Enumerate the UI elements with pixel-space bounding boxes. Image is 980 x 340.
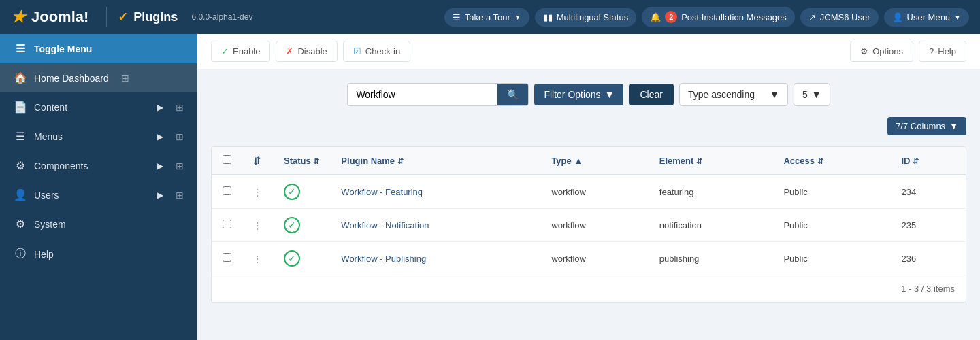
row-id-cell: 234	[890, 175, 966, 209]
row-checkbox[interactable]	[223, 253, 231, 262]
plugin-name-sort-icon: ⇵	[397, 157, 404, 165]
table-header-row: ⇵ Status ⇵ Plugin Name ⇵ Typ	[212, 147, 966, 175]
help-icon: ⓘ	[14, 247, 27, 261]
sidebar: ☰ Toggle Menu 🏠 Home Dashboard ⊞ 📄 Conte…	[0, 34, 197, 340]
logo[interactable]: ★ Joomla!	[11, 7, 88, 27]
row-checkbox-cell[interactable]	[212, 175, 242, 209]
search-icon: 🔍	[507, 89, 519, 100]
header-element[interactable]: Element ⇵	[649, 147, 773, 175]
bell-icon: 🔔	[650, 12, 661, 22]
row-handle-cell[interactable]: ⋮	[242, 242, 273, 275]
row-checkbox[interactable]	[223, 186, 231, 195]
plugin-name-link[interactable]: Workflow - Publishing	[341, 254, 426, 264]
toolbar: ✓ Enable ✗ Disable ☑ Check-in ⚙ Options …	[197, 34, 980, 69]
options-button[interactable]: ⚙ Options	[850, 41, 913, 62]
clear-button[interactable]: Clear	[629, 84, 673, 105]
search-wrap: 🔍	[347, 83, 529, 106]
access-sort-icon: ⇵	[817, 157, 823, 165]
check-icon: ✓	[221, 46, 229, 56]
help-button[interactable]: ? Help	[919, 41, 966, 62]
sidebar-item-users[interactable]: 👤 Users ▶ ⊞	[0, 180, 197, 209]
toggle-menu-icon: ☰	[14, 42, 27, 55]
content-area: 🔍 Filter Options ▼ Clear Type ascending …	[197, 69, 980, 340]
row-type-cell: workflow	[540, 209, 648, 242]
cross-icon: ✗	[286, 46, 293, 56]
columns-button[interactable]: 7/7 Columns ▼	[887, 117, 966, 135]
sidebar-item-system[interactable]: ⚙ System	[0, 209, 197, 239]
system-icon: ⚙	[14, 218, 27, 231]
header-access[interactable]: Access ⇵	[772, 147, 890, 175]
toggle-menu-button[interactable]: ☰ Toggle Menu	[0, 34, 197, 63]
pagination-bar: 1 - 3 / 3 items	[212, 275, 966, 302]
user-menu-caret-icon: ▼	[954, 14, 961, 21]
take-tour-button[interactable]: ☰ Take a Tour ▼	[444, 8, 529, 27]
user-menu-button[interactable]: 👤 User Menu ▼	[884, 8, 969, 27]
sidebar-item-menus[interactable]: ☰ Menus ▶ ⊞	[0, 122, 197, 151]
plugin-name-link[interactable]: Workflow - Notification	[341, 220, 429, 231]
sidebar-item-home-dashboard[interactable]: 🏠 Home Dashboard ⊞	[0, 63, 197, 92]
sidebar-item-help[interactable]: ⓘ Help	[0, 239, 197, 269]
checkin-button[interactable]: ☑ Check-in	[343, 41, 410, 62]
pagination-text: 1 - 3 / 3 items	[901, 284, 955, 294]
sort-select[interactable]: Type ascending ▼	[679, 83, 788, 106]
element-sort-icon: ⇵	[696, 157, 702, 165]
sidebar-item-content[interactable]: 📄 Content ▶ ⊞	[0, 92, 197, 122]
row-plugin-name-cell: Workflow - Publishing	[330, 242, 540, 275]
disable-button[interactable]: ✗ Disable	[276, 41, 337, 62]
notification-badge: 2	[665, 11, 677, 23]
home-grid-icon: ⊞	[121, 73, 129, 84]
select-all-checkbox[interactable]	[223, 155, 231, 164]
per-page-select[interactable]: 5 ▼	[794, 83, 830, 106]
filter-bar: 🔍 Filter Options ▼ Clear Type ascending …	[211, 83, 966, 106]
status-enabled-icon: ✓	[284, 217, 300, 233]
home-icon: 🏠	[14, 71, 27, 84]
checkin-icon: ☑	[353, 46, 361, 56]
drag-handle-icon[interactable]: ⋮	[253, 254, 262, 264]
page-title: ✓ Plugins	[118, 10, 178, 24]
enable-button[interactable]: ✓ Enable	[211, 41, 270, 62]
row-handle-cell[interactable]: ⋮	[242, 209, 273, 242]
row-status-cell: ✓	[273, 242, 330, 275]
header-status[interactable]: Status ⇵	[273, 147, 330, 175]
filter-caret-icon: ▼	[605, 89, 615, 100]
drag-handle-icon[interactable]: ⋮	[253, 220, 262, 231]
status-sort-icon: ⇵	[313, 157, 319, 165]
drag-handle-icon[interactable]: ⋮	[253, 187, 262, 197]
jcms-user-button[interactable]: ↗ JCMS6 User	[800, 8, 879, 27]
search-button[interactable]: 🔍	[497, 84, 528, 105]
gear-icon: ⚙	[860, 46, 868, 56]
menus-icon: ☰	[14, 130, 27, 143]
header-checkbox-col[interactable]	[212, 147, 242, 175]
filter-options-button[interactable]: Filter Options ▼	[534, 84, 623, 105]
sidebar-item-components[interactable]: ⚙ Components ▶ ⊞	[0, 151, 197, 180]
main-content: ✓ Enable ✗ Disable ☑ Check-in ⚙ Options …	[197, 34, 980, 340]
id-sort-icon: ⇵	[913, 157, 919, 165]
row-status-cell: ✓	[273, 175, 330, 209]
row-id-cell: 236	[890, 242, 966, 275]
question-icon: ?	[929, 46, 934, 56]
table-actions: 7/7 Columns ▼	[211, 117, 966, 141]
row-checkbox-cell[interactable]	[212, 209, 242, 242]
header-plugin-name[interactable]: Plugin Name ⇵	[330, 147, 540, 175]
columns-caret-icon: ▼	[949, 121, 958, 131]
search-input[interactable]	[348, 84, 497, 105]
row-checkbox[interactable]	[223, 220, 231, 228]
post-install-button[interactable]: 🔔 2 Post Installation Messages	[642, 7, 795, 27]
components-grid-icon: ⊞	[176, 160, 184, 171]
row-checkbox-cell[interactable]	[212, 242, 242, 275]
header-id[interactable]: ID ⇵	[890, 147, 966, 175]
row-plugin-name-cell: Workflow - Notification	[330, 209, 540, 242]
external-link-icon: ↗	[808, 12, 816, 22]
table-row: ⋮ ✓ Workflow - Publishing workflow publi…	[212, 242, 966, 275]
users-arrow-icon: ▶	[157, 190, 163, 200]
plugin-name-link[interactable]: Workflow - Featuring	[341, 187, 423, 197]
user-icon: 👤	[892, 12, 903, 22]
header-type[interactable]: Type ▲	[540, 147, 648, 175]
status-enabled-icon: ✓	[284, 250, 300, 267]
row-handle-cell[interactable]: ⋮	[242, 175, 273, 209]
multilingual-status-button[interactable]: ▮▮ Multilingual Status	[535, 8, 637, 27]
row-element-cell: featuring	[649, 175, 773, 209]
table: ⇵ Status ⇵ Plugin Name ⇵ Typ	[212, 147, 966, 275]
row-id-cell: 235	[890, 209, 966, 242]
per-page-caret-icon: ▼	[812, 89, 821, 100]
